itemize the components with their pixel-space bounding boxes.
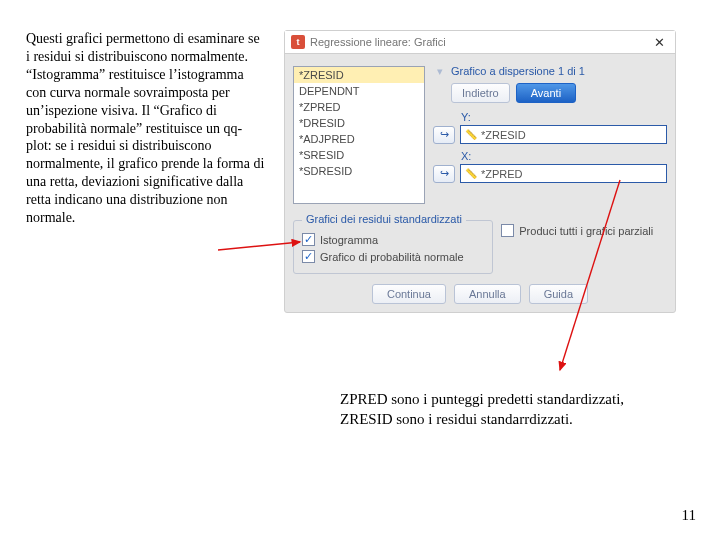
partial-plots-label: Produci tutti i grafici parziali: [519, 225, 653, 237]
app-icon: t: [291, 35, 305, 49]
x-field-row: X: ↪ 📏 *ZPRED: [433, 150, 667, 183]
scatter-label: Grafico a dispersione 1 di 1: [451, 65, 585, 77]
group-legend: Grafici dei residui standardizzati: [302, 213, 466, 225]
scale-icon: 📏: [465, 129, 477, 141]
move-to-y-button[interactable]: ↪: [433, 126, 455, 144]
checkbox-icon: [302, 233, 315, 246]
page-number: 11: [682, 507, 696, 524]
bottom-line-1: ZPRED sono i punteggi predetti standardi…: [340, 390, 680, 410]
scale-icon: 📏: [465, 168, 477, 180]
titlebar: t Regressione lineare: Grafici ✕: [285, 31, 675, 54]
partial-plots-checkbox[interactable]: Produci tutti i grafici parziali: [501, 224, 667, 237]
continue-button[interactable]: Continua: [372, 284, 446, 304]
help-button[interactable]: Guida: [529, 284, 588, 304]
histogram-label: Istogramma: [320, 234, 378, 246]
dialog-buttons: Continua Annulla Guida: [293, 284, 667, 304]
x-value: *ZPRED: [481, 168, 523, 180]
window-title: Regressione lineare: Grafici: [310, 36, 650, 48]
spss-dialog: t Regressione lineare: Grafici ✕ *ZRESID…: [284, 30, 676, 313]
list-item[interactable]: *SRESID: [294, 147, 424, 163]
cancel-button[interactable]: Annulla: [454, 284, 521, 304]
histogram-checkbox[interactable]: Istogramma: [302, 233, 484, 246]
list-item[interactable]: *SDRESID: [294, 163, 424, 179]
list-item[interactable]: *DRESID: [294, 115, 424, 131]
move-to-x-button[interactable]: ↪: [433, 165, 455, 183]
x-field[interactable]: 📏 *ZPRED: [460, 164, 667, 183]
list-item[interactable]: *ZPRED: [294, 99, 424, 115]
y-field[interactable]: 📏 *ZRESID: [460, 125, 667, 144]
bottom-line-2: ZRESID sono i residui standarrdizzati.: [340, 410, 680, 430]
list-item[interactable]: *ZRESID: [294, 67, 424, 83]
y-value: *ZRESID: [481, 129, 526, 141]
dialog-body: *ZRESID DEPENDNT *ZPRED *DRESID *ADJPRED…: [285, 54, 675, 312]
bottom-caption: ZPRED sono i punteggi predetti standardi…: [340, 390, 680, 429]
collapse-icon: ▾: [433, 64, 447, 78]
partial-plots-area: Produci tutti i grafici parziali: [501, 214, 667, 274]
list-item[interactable]: *ADJPRED: [294, 131, 424, 147]
scatter-panel: ▾ Grafico a dispersione 1 di 1 Indietro …: [433, 64, 667, 189]
scatter-counter: ▾ Grafico a dispersione 1 di 1: [433, 64, 667, 78]
variable-listbox[interactable]: *ZRESID DEPENDNT *ZPRED *DRESID *ADJPRED…: [293, 66, 425, 204]
checkbox-icon: [501, 224, 514, 237]
checkbox-icon: [302, 250, 315, 263]
y-field-row: Y: ↪ 📏 *ZRESID: [433, 111, 667, 144]
close-icon[interactable]: ✕: [650, 35, 669, 50]
explanatory-paragraph: Questi grafici permettono di esaminare s…: [26, 30, 266, 227]
list-item[interactable]: DEPENDNT: [294, 83, 424, 99]
residual-plots-group: Grafici dei residui standardizzati Istog…: [293, 220, 493, 274]
x-label: X:: [461, 150, 477, 162]
y-label: Y:: [461, 111, 477, 123]
qqplot-label: Grafico di probabilità normale: [320, 251, 464, 263]
back-button[interactable]: Indietro: [451, 83, 510, 103]
next-button[interactable]: Avanti: [516, 83, 576, 103]
qqplot-checkbox[interactable]: Grafico di probabilità normale: [302, 250, 484, 263]
